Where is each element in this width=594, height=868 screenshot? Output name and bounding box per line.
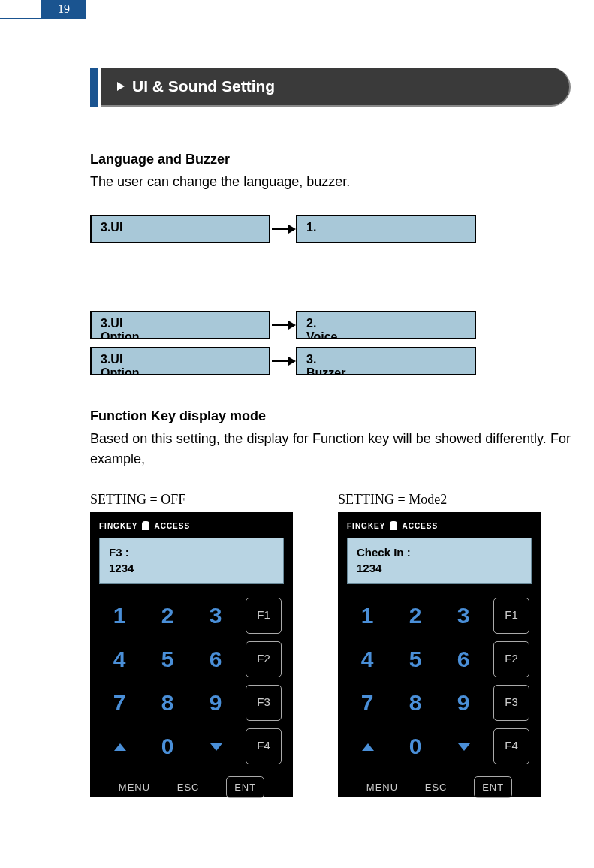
key-5[interactable]: 5 xyxy=(149,641,187,677)
key-esc[interactable]: ESC xyxy=(177,782,200,793)
section-banner: UI & Sound Setting xyxy=(90,68,571,107)
keypad: 1 2 3 F1 4 5 6 F2 7 8 9 F3 0 F4 xyxy=(99,598,284,764)
key-5[interactable]: 5 xyxy=(397,641,435,677)
chevron-down-icon xyxy=(457,742,471,752)
key-esc[interactable]: ESC xyxy=(425,782,448,793)
key-0[interactable]: 0 xyxy=(397,728,435,764)
flow-text: 3.UI xyxy=(101,317,260,330)
key-f3[interactable]: F3 xyxy=(493,685,529,721)
key-up[interactable] xyxy=(349,728,387,764)
key-f2[interactable]: F2 xyxy=(246,641,282,677)
page-number-rule xyxy=(0,18,86,19)
keypad: 1 2 3 F1 4 5 6 F2 7 8 9 F3 0 F4 xyxy=(347,598,532,764)
key-1[interactable]: 1 xyxy=(101,598,139,634)
flow-box-2-voice: 2. Voice xyxy=(296,311,476,339)
lock-icon xyxy=(390,521,397,530)
subheading-function-key: Function Key display mode xyxy=(90,408,571,424)
flow-row-1: 3.UI 1. xyxy=(90,215,571,243)
key-0[interactable]: 0 xyxy=(149,728,187,764)
example-off: SETTING = OFF FINGKEY ACCESS F3 : 1234 1… xyxy=(90,492,293,797)
display-line2: 1234 xyxy=(109,560,274,576)
display-line1: F3 : xyxy=(109,544,274,560)
section2-text: Based on this setting, the display for F… xyxy=(90,429,571,469)
svg-marker-3 xyxy=(458,743,470,751)
display-line2: 1234 xyxy=(357,560,522,576)
example-mode2-label: SETTING = Mode2 xyxy=(338,492,541,508)
page-number: 19 xyxy=(41,0,86,18)
bottom-row: MENU ESC ENT xyxy=(99,776,284,798)
flow-text: Voice xyxy=(306,330,466,339)
key-7[interactable]: 7 xyxy=(349,685,387,721)
device-display-off: F3 : 1234 xyxy=(99,538,284,584)
key-3[interactable]: 3 xyxy=(197,598,235,634)
flow-group-1: 3.UI 1. xyxy=(90,215,571,243)
arrow-right-icon xyxy=(272,360,294,362)
key-down[interactable] xyxy=(197,728,235,764)
lock-icon xyxy=(142,521,149,530)
key-f3[interactable]: F3 xyxy=(246,685,282,721)
arrow-right-icon xyxy=(272,228,294,230)
example-off-label: SETTING = OFF xyxy=(90,492,293,508)
bottom-row: MENU ESC ENT xyxy=(347,776,532,798)
svg-marker-0 xyxy=(114,743,126,751)
svg-marker-1 xyxy=(210,743,222,751)
key-2[interactable]: 2 xyxy=(149,598,187,634)
key-1[interactable]: 1 xyxy=(349,598,387,634)
flow-box-1: 1. xyxy=(296,215,476,243)
banner-title: UI & Sound Setting xyxy=(132,77,275,95)
key-6[interactable]: 6 xyxy=(197,641,235,677)
key-f4[interactable]: F4 xyxy=(246,728,282,764)
device-off: FINGKEY ACCESS F3 : 1234 1 2 3 F1 4 5 6 … xyxy=(90,512,293,797)
flow-text: 3.UI xyxy=(101,353,260,366)
svg-marker-2 xyxy=(362,743,374,751)
key-6[interactable]: 6 xyxy=(445,641,483,677)
flow-box-3ui-option-a: 3.UI Option xyxy=(90,311,270,339)
key-menu[interactable]: MENU xyxy=(119,782,150,793)
flow-text: Option xyxy=(101,366,260,375)
key-9[interactable]: 9 xyxy=(445,685,483,721)
key-8[interactable]: 8 xyxy=(397,685,435,721)
flow-row-3: 3.UI Option 3. Buzzer xyxy=(90,347,476,375)
key-3[interactable]: 3 xyxy=(445,598,483,634)
section1-text: The user can change the language, buzzer… xyxy=(90,172,571,192)
key-f1[interactable]: F1 xyxy=(246,598,282,634)
device-mode2: FINGKEY ACCESS Check In : 1234 1 2 3 F1 … xyxy=(338,512,541,797)
banner-body: UI & Sound Setting xyxy=(101,68,571,107)
key-4[interactable]: 4 xyxy=(349,641,387,677)
chevron-up-icon xyxy=(361,742,375,752)
flow-box-3ui-option-b: 3.UI Option xyxy=(90,347,270,375)
flow-text: Option xyxy=(101,330,260,339)
display-line1: Check In : xyxy=(357,544,522,560)
key-ent[interactable]: ENT xyxy=(474,776,512,798)
key-9[interactable]: 9 xyxy=(197,685,235,721)
flow-group-2: 3.UI Option 2. Voice 3.UI Option 3. Buzz… xyxy=(90,311,571,386)
logo-text-right: ACCESS xyxy=(154,522,190,530)
flow-text: Buzzer xyxy=(306,366,466,375)
key-menu[interactable]: MENU xyxy=(366,782,398,793)
chevron-up-icon xyxy=(113,742,127,752)
key-7[interactable]: 7 xyxy=(101,685,139,721)
device-logo: FINGKEY ACCESS xyxy=(347,521,532,530)
example-mode2: SETTING = Mode2 FINGKEY ACCESS Check In … xyxy=(338,492,541,797)
flow-box-3ui: 3.UI xyxy=(90,215,270,243)
logo-text-left: FINGKEY xyxy=(347,522,385,530)
key-f1[interactable]: F1 xyxy=(493,598,529,634)
banner-accent xyxy=(90,68,98,107)
key-2[interactable]: 2 xyxy=(397,598,435,634)
key-up[interactable] xyxy=(101,728,139,764)
subheading-language-buzzer: Language and Buzzer xyxy=(90,152,571,167)
key-down[interactable] xyxy=(445,728,483,764)
key-f2[interactable]: F2 xyxy=(493,641,529,677)
key-8[interactable]: 8 xyxy=(149,685,187,721)
logo-text-right: ACCESS xyxy=(402,522,438,530)
key-f4[interactable]: F4 xyxy=(493,728,529,764)
arrow-right-icon xyxy=(272,324,294,326)
flow-box-3-buzzer: 3. Buzzer xyxy=(296,347,476,375)
device-display-mode2: Check In : 1234 xyxy=(347,538,532,584)
device-logo: FINGKEY ACCESS xyxy=(99,521,284,530)
chevron-right-icon xyxy=(117,82,125,91)
key-4[interactable]: 4 xyxy=(101,641,139,677)
chevron-down-icon xyxy=(210,742,223,752)
key-ent[interactable]: ENT xyxy=(226,776,264,798)
flow-row-2: 3.UI Option 2. Voice xyxy=(90,311,476,339)
